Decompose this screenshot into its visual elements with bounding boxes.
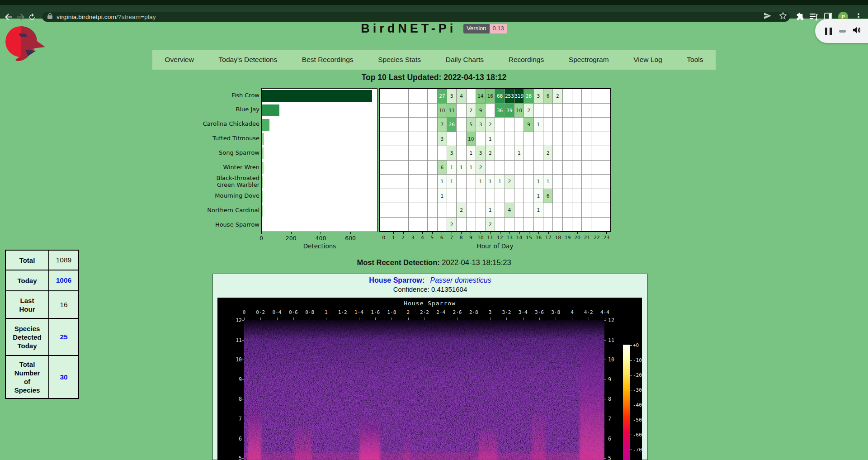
- confidence-value: 0.41351604: [431, 285, 467, 293]
- heatmap-cell: 2: [457, 203, 466, 217]
- bar-axis-tick: [291, 232, 292, 234]
- heatmap-cell: [447, 132, 456, 146]
- heatmap-cell: [495, 189, 504, 203]
- heatmap-cell: [380, 161, 389, 175]
- bar-axis-tick: [261, 232, 262, 234]
- heatmap-cell: 10: [467, 132, 476, 146]
- heatmap-cell: [601, 161, 610, 175]
- colorbar-tick-label: -40: [633, 402, 642, 408]
- stats-row: Total Number of Species30: [5, 356, 79, 398]
- nav-item-best-recordings[interactable]: Best Recordings: [298, 56, 357, 64]
- heatmap-cell: 2: [476, 161, 485, 175]
- top10-heading: Top 10 Last Updated: 2022-04-13 18:12: [0, 73, 868, 82]
- heatmap-cell: 3: [476, 146, 485, 160]
- url-bar[interactable]: virginia.birdnetpi.com/?stream=play: [42, 12, 790, 22]
- spectrogram-time-tick-label: 1·8: [384, 309, 399, 315]
- detections-bar: [262, 133, 264, 145]
- heatmap-axis-tick-label: 23: [601, 235, 611, 241]
- spectrogram-freq-tick: [604, 320, 606, 321]
- heatmap-cell: [514, 132, 524, 146]
- heatmap-axis-tick: [422, 232, 423, 234]
- nav-item-view-log[interactable]: View Log: [630, 56, 665, 64]
- stats-value-link[interactable]: 30: [49, 356, 79, 398]
- stats-value-link[interactable]: 1006: [49, 270, 79, 291]
- stats-row: Last Hour16: [5, 291, 79, 318]
- spectrogram-time-tick: [523, 318, 524, 320]
- nav-item-overview[interactable]: Overview: [161, 56, 198, 64]
- heatmap-cell: [467, 89, 476, 103]
- heatmap-cell: 7: [438, 118, 447, 132]
- heatmap-cell: [380, 118, 389, 132]
- colorbar-tick: [630, 390, 632, 390]
- stats-label: Total Number of Species: [5, 356, 49, 398]
- spectrogram-time-tick-label: 0·2: [253, 309, 268, 315]
- heatmap-cell: [582, 218, 591, 232]
- heatmap-cell: 9: [524, 118, 533, 132]
- heatmap-cell: [524, 146, 533, 160]
- heatmap-cell: 253: [505, 89, 514, 103]
- colorbar-tick: [630, 345, 632, 346]
- bar-axis-tick-label: 200: [282, 235, 300, 242]
- heatmap-cell: [399, 175, 408, 189]
- stats-value-link[interactable]: 25: [49, 318, 79, 356]
- heatmap-cell: [399, 89, 408, 103]
- species-label: Northern Cardinal: [199, 203, 259, 218]
- heatmap-axis-tick-label: 22: [592, 235, 602, 241]
- send-icon[interactable]: [764, 12, 772, 21]
- heatmap-axis-tick-label: 8: [456, 235, 466, 241]
- heatmap-cell: [399, 161, 408, 175]
- colorbar-tick-label: -30: [633, 387, 642, 393]
- heatmap-cell: [572, 146, 581, 160]
- heatmap-cell: [582, 118, 591, 132]
- heatmap-cell: [418, 118, 427, 132]
- spectrogram-time-tick: [474, 318, 474, 320]
- spectrogram-time-tick: [244, 318, 245, 320]
- heatmap-cell: [591, 132, 600, 146]
- nav-item-daily-charts[interactable]: Daily Charts: [442, 56, 487, 64]
- species-label: Mourning Dove: [199, 189, 259, 204]
- spectrogram-time-tick-label: 0: [236, 309, 252, 315]
- colorbar-tick-label: -50: [633, 417, 642, 423]
- nav-item-spectrogram[interactable]: Spectrogram: [565, 56, 613, 64]
- heatmap-cell: [591, 175, 600, 189]
- heatmap-cell: 16: [486, 89, 495, 103]
- nav-item-today-s-detections[interactable]: Today's Detections: [215, 56, 281, 64]
- heatmap-cell: 2: [505, 175, 514, 189]
- heatmap-cell: [495, 161, 504, 175]
- spectrogram-freq-tick-label: 9: [230, 376, 242, 383]
- heatmap-cell: 68: [495, 89, 504, 103]
- detection-common-name[interactable]: House Sparrow:: [369, 276, 425, 284]
- heatmap-cell: [467, 189, 476, 203]
- heatmap-cell: [534, 104, 543, 118]
- heatmap-axis-tick-label: 3: [408, 235, 418, 241]
- heatmap-axis-tick-label: 19: [563, 235, 573, 241]
- spectrogram-time-tick-label: 3·8: [548, 309, 563, 315]
- bookmark-star-icon[interactable]: [779, 12, 787, 22]
- heatmap-cell: 2: [467, 104, 476, 118]
- heatmap-cell: [601, 146, 610, 160]
- spectrogram-time-tick: [572, 318, 572, 320]
- heatmap-cell: [563, 146, 572, 160]
- heatmap-cell: [591, 161, 600, 175]
- heatmap-cell: [418, 104, 427, 118]
- heatmap-cell: 1: [438, 189, 447, 203]
- spectrogram-time-tick-label: 2·4: [433, 309, 448, 315]
- heatmap-cell: [428, 218, 437, 232]
- detections-bar: [262, 162, 264, 174]
- heatmap-cell: [409, 189, 418, 203]
- heatmap-cell: [534, 218, 543, 232]
- heatmap-cell: [505, 189, 514, 203]
- heatmap-cell: [591, 146, 600, 160]
- nav-item-species-stats[interactable]: Species Stats: [374, 56, 425, 64]
- nav-item-recordings[interactable]: Recordings: [505, 56, 547, 64]
- spectrogram-freq-tick: [604, 399, 606, 399]
- detections-bar: [262, 191, 263, 203]
- spectrogram-time-tick: [408, 318, 409, 320]
- heatmap-axis-tick-label: 10: [476, 235, 486, 241]
- heatmap-cell: [572, 104, 581, 118]
- heatmap-cell: [418, 161, 427, 175]
- heatmap-cell: [457, 218, 466, 232]
- spectrogram-time-tick-label: 2·6: [450, 309, 465, 315]
- heatmap-cell: [563, 189, 572, 203]
- nav-item-tools[interactable]: Tools: [683, 56, 707, 64]
